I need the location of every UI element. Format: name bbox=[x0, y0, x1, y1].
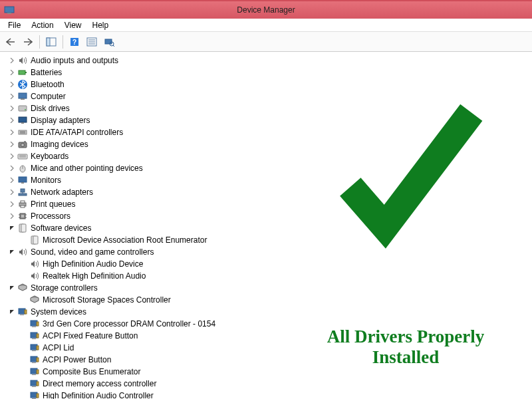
tree-spacer bbox=[20, 236, 28, 244]
svg-rect-67 bbox=[32, 374, 36, 375]
system-icon bbox=[29, 331, 40, 341]
svg-rect-27 bbox=[24, 141, 26, 142]
tree-category[interactable]: Batteries bbox=[8, 66, 532, 78]
svg-rect-21 bbox=[21, 122, 24, 124]
expand-arrow-icon[interactable] bbox=[8, 164, 16, 172]
tree-category-label: System devices bbox=[31, 306, 86, 318]
expand-arrow-icon[interactable] bbox=[8, 104, 16, 112]
expand-arrow-icon[interactable] bbox=[8, 152, 16, 160]
forward-button[interactable] bbox=[20, 34, 36, 50]
menu-help[interactable]: Help bbox=[87, 19, 114, 31]
display-icon bbox=[17, 115, 28, 126]
svg-rect-74 bbox=[37, 394, 39, 398]
svg-rect-42 bbox=[21, 215, 24, 217]
menu-view[interactable]: View bbox=[59, 19, 87, 31]
svg-rect-40 bbox=[21, 205, 25, 207]
collapse-arrow-icon[interactable] bbox=[8, 224, 16, 232]
expand-arrow-icon[interactable] bbox=[8, 140, 16, 148]
battery-icon bbox=[17, 67, 28, 78]
software-icon bbox=[29, 235, 40, 245]
menu-action[interactable]: Action bbox=[26, 19, 59, 31]
svg-rect-33 bbox=[19, 177, 27, 182]
svg-line-12 bbox=[113, 45, 114, 47]
scan-hardware-button[interactable] bbox=[101, 34, 117, 50]
svg-rect-68 bbox=[37, 370, 39, 374]
expand-arrow-icon[interactable] bbox=[8, 128, 16, 136]
tree-category[interactable]: Software devices bbox=[8, 222, 532, 234]
menubar: File Action View Help bbox=[0, 19, 532, 32]
back-button[interactable] bbox=[3, 34, 19, 50]
expand-arrow-icon[interactable] bbox=[8, 80, 16, 88]
tree-category[interactable]: Network adapters bbox=[8, 186, 532, 198]
tree-device[interactable]: ACPI Fixed Feature Button bbox=[20, 330, 532, 342]
computer-icon bbox=[17, 91, 28, 102]
cpu-icon bbox=[17, 211, 28, 221]
tree-device[interactable]: High Definition Audio Device bbox=[20, 258, 532, 270]
tree-category[interactable]: Audio inputs and outputs bbox=[8, 55, 532, 66]
ide-icon bbox=[17, 127, 28, 138]
tree-device[interactable]: Microsoft Storage Spaces Controller bbox=[20, 294, 532, 306]
app-icon bbox=[4, 5, 15, 15]
tree-category-label: Software devices bbox=[31, 222, 91, 234]
collapse-arrow-icon[interactable] bbox=[8, 248, 16, 256]
expand-arrow-icon[interactable] bbox=[8, 212, 16, 220]
tree-device[interactable]: Microsoft Device Association Root Enumer… bbox=[20, 234, 532, 246]
tree-spacer bbox=[20, 368, 28, 376]
device-tree[interactable]: Audio inputs and outputsBatteriesBluetoo… bbox=[8, 55, 532, 399]
help-button[interactable]: ? bbox=[66, 34, 82, 50]
svg-rect-71 bbox=[37, 382, 39, 386]
tree-category[interactable]: Storage controllers bbox=[8, 282, 532, 294]
svg-rect-70 bbox=[32, 386, 36, 387]
tree-category[interactable]: Monitors bbox=[8, 174, 532, 186]
properties-button[interactable] bbox=[84, 34, 100, 50]
expand-arrow-icon[interactable] bbox=[8, 68, 16, 76]
expand-arrow-icon[interactable] bbox=[8, 57, 16, 65]
tree-category[interactable]: Bluetooth bbox=[8, 78, 532, 90]
tree-device-label: 3rd Gen Core processor DRAM Controller -… bbox=[43, 318, 215, 330]
tree-device[interactable]: ACPI Lid bbox=[20, 342, 532, 354]
expand-arrow-icon[interactable] bbox=[8, 116, 16, 124]
disk-icon bbox=[17, 103, 28, 114]
collapse-arrow-icon[interactable] bbox=[8, 308, 16, 316]
tree-category[interactable]: IDE ATA/ATAPI controllers bbox=[8, 126, 532, 138]
tree-device[interactable]: 3rd Gen Core processor DRAM Controller -… bbox=[20, 318, 532, 330]
tree-device[interactable]: Realtek High Definition Audio bbox=[20, 270, 532, 282]
tree-category[interactable]: Keyboards bbox=[8, 150, 532, 162]
tree-category-label: IDE ATA/ATAPI controllers bbox=[31, 126, 123, 138]
tree-category[interactable]: Disk drives bbox=[8, 102, 532, 114]
tree-device[interactable]: Composite Bus Enumerator bbox=[20, 366, 532, 378]
tree-device[interactable]: Direct memory access controller bbox=[20, 378, 532, 390]
show-hide-tree-button[interactable] bbox=[43, 34, 59, 50]
monitor-icon bbox=[17, 175, 28, 186]
svg-rect-20 bbox=[19, 117, 27, 122]
tree-category[interactable]: Display adapters bbox=[8, 114, 532, 126]
tree-category[interactable]: Imaging devices bbox=[8, 138, 532, 150]
svg-rect-13 bbox=[19, 70, 25, 74]
titlebar: Device Manager bbox=[0, 0, 532, 19]
tree-category-label: Network adapters bbox=[31, 186, 93, 198]
tree-category[interactable]: Computer bbox=[8, 90, 532, 102]
menu-file[interactable]: File bbox=[3, 19, 26, 31]
tree-device[interactable]: High Definition Audio Controller bbox=[20, 390, 532, 399]
tree-category[interactable]: Mice and other pointing devices bbox=[8, 162, 532, 174]
svg-text:?: ? bbox=[72, 39, 76, 46]
tree-category[interactable]: Processors bbox=[8, 210, 532, 222]
expand-arrow-icon[interactable] bbox=[8, 92, 16, 100]
tree-device-label: Microsoft Storage Spaces Controller bbox=[43, 294, 171, 306]
svg-rect-39 bbox=[21, 201, 25, 203]
expand-arrow-icon[interactable] bbox=[8, 176, 16, 184]
tree-category-label: Imaging devices bbox=[31, 138, 88, 150]
tree-device-label: Realtek High Definition Audio bbox=[43, 270, 146, 282]
tree-category[interactable]: Print queues bbox=[8, 198, 532, 210]
expand-arrow-icon[interactable] bbox=[8, 200, 16, 208]
tree-device[interactable]: ACPI Power Button bbox=[20, 354, 532, 366]
tree-spacer bbox=[20, 320, 28, 328]
tree-category[interactable]: System devices bbox=[8, 306, 532, 318]
svg-rect-58 bbox=[32, 338, 36, 339]
svg-rect-3 bbox=[47, 38, 50, 46]
tree-category[interactable]: Sound, video and game controllers bbox=[8, 246, 532, 258]
expand-arrow-icon[interactable] bbox=[8, 188, 16, 196]
collapse-arrow-icon[interactable] bbox=[8, 284, 16, 292]
device-tree-panel: Audio inputs and outputsBatteriesBluetoo… bbox=[0, 52, 532, 399]
toolbar-separator bbox=[39, 35, 40, 49]
